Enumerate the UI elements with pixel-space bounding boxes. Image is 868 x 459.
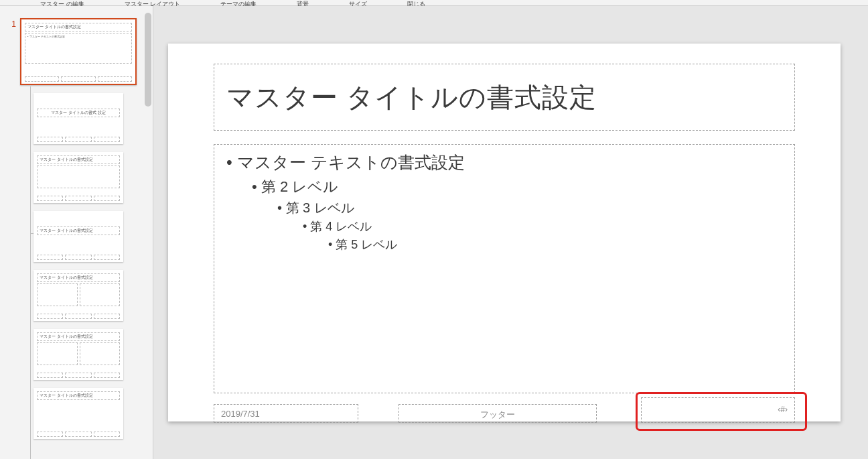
footer-placeholder[interactable]: フッター xyxy=(399,404,597,423)
mini-footer-box xyxy=(94,137,120,142)
slide-master-thumbnail[interactable]: マスター タイトルの書式設定 • マスター テキストの書式設定 xyxy=(20,18,137,85)
body-level-1: マスター テキストの書式設定 xyxy=(226,150,782,176)
body-level-4: 第 4 レベル xyxy=(303,218,782,236)
layout-thumbnail[interactable]: マスター タイトルの書式 設定 xyxy=(33,93,123,144)
mini-footer-box xyxy=(37,432,63,437)
master-index: 1 xyxy=(7,19,16,29)
slide-master-thumbnail-panel: 1 マスター タイトルの書式設定 • マスター テキストの書式設定 マスター タ xyxy=(0,6,153,459)
mini-title: マスター タイトルの書式 設定 xyxy=(37,109,120,117)
mini-footer-box xyxy=(94,196,120,201)
mini-footer-box xyxy=(65,432,91,437)
date-text: 2019/7/31 xyxy=(221,409,260,419)
title-text: マスター タイトルの書式設定 xyxy=(226,79,597,116)
mini-title: マスター タイトルの書式設定 xyxy=(37,226,120,235)
title-placeholder[interactable]: マスター タイトルの書式設定 xyxy=(214,64,795,131)
scrollbar-thumb[interactable] xyxy=(145,13,151,107)
mini-footer-box xyxy=(94,255,120,260)
slide-number-placeholder[interactable]: ‹#› xyxy=(641,397,795,423)
mini-footer-box xyxy=(37,373,63,378)
slide-canvas[interactable]: マスター タイトルの書式設定 マスター テキストの書式設定 第 2 レベル 第 … xyxy=(168,44,841,421)
mini-footer-box xyxy=(94,432,120,437)
mini-footer-box xyxy=(94,314,120,319)
body-level-2: 第 2 レベル xyxy=(252,176,782,198)
body-level-3: 第 3 レベル xyxy=(277,198,782,218)
mini-title: マスター タイトルの書式設定 xyxy=(37,155,120,164)
ribbon-group-labels: マスター の編集 マスター レイアウト テーマの編集 背景 サイズ 閉じる xyxy=(0,0,868,6)
mini-footer-box xyxy=(25,76,59,82)
slide-editor-area[interactable]: マスター タイトルの書式設定 マスター テキストの書式設定 第 2 レベル 第 … xyxy=(153,6,868,459)
body-level-5: 第 5 レベル xyxy=(328,236,782,254)
mini-col xyxy=(80,283,121,306)
mini-footer-box xyxy=(65,373,91,378)
mini-footer-box xyxy=(65,314,91,319)
tree-connector xyxy=(30,86,31,459)
mini-footer-box xyxy=(37,255,63,260)
mini-body: • マスター テキストの書式設定 xyxy=(25,33,132,64)
mini-footer-box xyxy=(98,76,132,82)
mini-footer-box xyxy=(65,196,91,201)
mini-col xyxy=(37,283,78,306)
mini-title: マスター タイトルの書式設定 xyxy=(37,391,120,400)
mini-footer-box xyxy=(65,255,91,260)
mini-col xyxy=(37,342,78,365)
slide-number-text: ‹#› xyxy=(778,405,788,414)
layout-thumbnail[interactable]: マスター タイトルの書式設定 xyxy=(33,211,123,262)
layout-thumbnail[interactable]: マスター タイトルの書式設定 xyxy=(33,152,123,203)
footer-text: フッター xyxy=(480,409,515,419)
layout-thumbnail[interactable]: マスター タイトルの書式設定 xyxy=(33,270,123,321)
mini-title: マスター タイトルの書式設定 xyxy=(25,23,132,31)
mini-col xyxy=(80,342,121,365)
mini-title: マスター タイトルの書式設定 xyxy=(37,273,120,282)
mini-body xyxy=(37,166,120,188)
mini-title: マスター タイトルの書式設定 xyxy=(37,332,120,341)
body-placeholder[interactable]: マスター テキストの書式設定 第 2 レベル 第 3 レベル 第 4 レベル 第… xyxy=(214,144,795,393)
mini-footer-box xyxy=(37,137,63,142)
layout-thumbnail[interactable]: マスター タイトルの書式設定 xyxy=(33,388,123,439)
layout-thumbnail[interactable]: マスター タイトルの書式設定 xyxy=(33,329,123,380)
mini-footer-box xyxy=(37,196,63,201)
mini-footer-box xyxy=(61,76,95,82)
date-placeholder[interactable]: 2019/7/31 xyxy=(214,404,358,423)
mini-footer-box xyxy=(37,314,63,319)
mini-footer-box xyxy=(94,373,120,378)
mini-footer-box xyxy=(65,137,91,142)
